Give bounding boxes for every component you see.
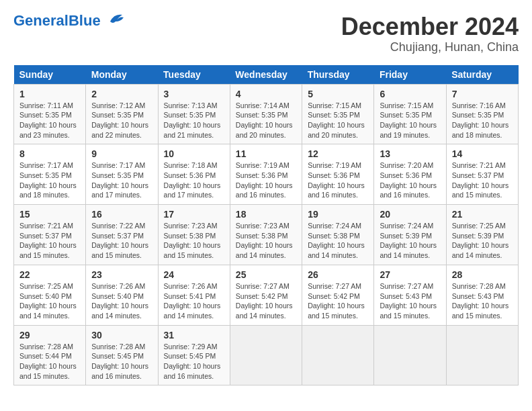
day-number: 10 <box>164 148 224 159</box>
day-number: 30 <box>91 330 152 340</box>
day-number: 25 <box>236 269 296 280</box>
day-info: Sunrise: 7:23 AM Sunset: 5:38 PM Dayligh… <box>164 222 221 259</box>
table-row: 6 Sunrise: 7:15 AM Sunset: 5:35 PM Dayli… <box>374 84 446 144</box>
day-info: Sunrise: 7:26 AM Sunset: 5:40 PM Dayligh… <box>91 282 148 320</box>
day-number: 11 <box>236 148 296 159</box>
table-row <box>302 325 374 385</box>
day-info: Sunrise: 7:28 AM Sunset: 5:43 PM Dayligh… <box>452 282 509 320</box>
calendar-header-row: Sunday Monday Tuesday Wednesday Thursday… <box>14 65 519 85</box>
location-title: Chujiang, Hunan, China <box>341 40 519 54</box>
day-info: Sunrise: 7:22 AM Sunset: 5:37 PM Dayligh… <box>91 222 148 259</box>
header-friday: Friday <box>374 65 446 85</box>
day-number: 26 <box>308 269 368 280</box>
day-info: Sunrise: 7:21 AM Sunset: 5:37 PM Dayligh… <box>19 222 77 259</box>
month-title: December 2024 <box>341 13 519 40</box>
table-row: 7 Sunrise: 7:16 AM Sunset: 5:35 PM Dayli… <box>446 84 518 144</box>
day-info: Sunrise: 7:15 AM Sunset: 5:35 PM Dayligh… <box>308 101 365 139</box>
table-row: 24 Sunrise: 7:26 AM Sunset: 5:41 PM Dayl… <box>158 265 230 325</box>
day-number: 1 <box>19 89 80 99</box>
day-info: Sunrise: 7:19 AM Sunset: 5:36 PM Dayligh… <box>308 161 365 199</box>
table-row: 20 Sunrise: 7:24 AM Sunset: 5:39 PM Dayl… <box>374 205 446 265</box>
logo-bird-icon <box>103 12 125 27</box>
table-row: 23 Sunrise: 7:26 AM Sunset: 5:40 PM Dayl… <box>86 265 158 325</box>
header-thursday: Thursday <box>302 65 374 85</box>
table-row: 28 Sunrise: 7:28 AM Sunset: 5:43 PM Dayl… <box>446 265 518 325</box>
day-info: Sunrise: 7:15 AM Sunset: 5:35 PM Dayligh… <box>380 101 437 139</box>
day-number: 3 <box>164 89 224 99</box>
day-info: Sunrise: 7:28 AM Sunset: 5:45 PM Dayligh… <box>91 342 148 380</box>
day-info: Sunrise: 7:19 AM Sunset: 5:36 PM Dayligh… <box>236 161 293 199</box>
table-row: 30 Sunrise: 7:28 AM Sunset: 5:45 PM Dayl… <box>86 325 158 385</box>
table-row <box>446 325 518 385</box>
day-number: 19 <box>308 209 368 220</box>
logo-text: GeneralBlue <box>13 13 101 28</box>
day-info: Sunrise: 7:26 AM Sunset: 5:41 PM Dayligh… <box>164 282 221 320</box>
table-row: 13 Sunrise: 7:20 AM Sunset: 5:36 PM Dayl… <box>374 144 446 205</box>
table-row: 14 Sunrise: 7:21 AM Sunset: 5:37 PM Dayl… <box>446 144 518 205</box>
table-row: 15 Sunrise: 7:21 AM Sunset: 5:37 PM Dayl… <box>14 205 86 265</box>
day-info: Sunrise: 7:28 AM Sunset: 5:44 PM Dayligh… <box>19 342 77 380</box>
day-number: 9 <box>91 148 152 159</box>
table-row: 8 Sunrise: 7:17 AM Sunset: 5:35 PM Dayli… <box>14 144 86 205</box>
day-number: 31 <box>164 330 224 340</box>
table-row: 21 Sunrise: 7:25 AM Sunset: 5:39 PM Dayl… <box>446 205 518 265</box>
day-info: Sunrise: 7:11 AM Sunset: 5:35 PM Dayligh… <box>19 101 77 139</box>
day-info: Sunrise: 7:20 AM Sunset: 5:36 PM Dayligh… <box>380 161 437 199</box>
day-number: 24 <box>164 269 224 280</box>
day-number: 29 <box>19 330 80 340</box>
day-number: 17 <box>164 209 224 220</box>
day-info: Sunrise: 7:29 AM Sunset: 5:45 PM Dayligh… <box>164 342 221 380</box>
day-info: Sunrise: 7:24 AM Sunset: 5:38 PM Dayligh… <box>308 222 365 259</box>
table-row: 10 Sunrise: 7:18 AM Sunset: 5:36 PM Dayl… <box>158 144 230 205</box>
day-number: 28 <box>452 269 513 280</box>
table-row: 17 Sunrise: 7:23 AM Sunset: 5:38 PM Dayl… <box>158 205 230 265</box>
table-row: 31 Sunrise: 7:29 AM Sunset: 5:45 PM Dayl… <box>158 325 230 385</box>
day-number: 12 <box>308 148 368 159</box>
logo: GeneralBlue <box>13 13 125 28</box>
header-tuesday: Tuesday <box>158 65 230 85</box>
table-row: 11 Sunrise: 7:19 AM Sunset: 5:36 PM Dayl… <box>230 144 302 205</box>
day-info: Sunrise: 7:14 AM Sunset: 5:35 PM Dayligh… <box>236 101 293 139</box>
day-number: 4 <box>236 89 296 99</box>
day-info: Sunrise: 7:17 AM Sunset: 5:35 PM Dayligh… <box>19 161 77 199</box>
table-row: 18 Sunrise: 7:23 AM Sunset: 5:38 PM Dayl… <box>230 205 302 265</box>
header-wednesday: Wednesday <box>230 65 302 85</box>
day-info: Sunrise: 7:21 AM Sunset: 5:37 PM Dayligh… <box>452 161 509 199</box>
table-row: 5 Sunrise: 7:15 AM Sunset: 5:35 PM Dayli… <box>302 84 374 144</box>
day-number: 18 <box>236 209 296 220</box>
title-area: December 2024 Chujiang, Hunan, China <box>341 13 519 54</box>
day-number: 8 <box>19 148 80 159</box>
day-info: Sunrise: 7:16 AM Sunset: 5:35 PM Dayligh… <box>452 101 509 139</box>
calendar-row: 1 Sunrise: 7:11 AM Sunset: 5:35 PM Dayli… <box>14 84 519 144</box>
day-number: 7 <box>452 89 513 99</box>
day-number: 22 <box>19 269 80 280</box>
day-number: 20 <box>380 209 440 220</box>
day-number: 2 <box>91 89 152 99</box>
table-row <box>230 325 302 385</box>
table-row: 22 Sunrise: 7:25 AM Sunset: 5:40 PM Dayl… <box>14 265 86 325</box>
header-sunday: Sunday <box>14 65 86 85</box>
day-number: 14 <box>452 148 513 159</box>
table-row: 27 Sunrise: 7:27 AM Sunset: 5:43 PM Dayl… <box>374 265 446 325</box>
header-monday: Monday <box>86 65 158 85</box>
day-info: Sunrise: 7:17 AM Sunset: 5:35 PM Dayligh… <box>91 161 148 199</box>
table-row: 1 Sunrise: 7:11 AM Sunset: 5:35 PM Dayli… <box>14 84 86 144</box>
calendar-row: 15 Sunrise: 7:21 AM Sunset: 5:37 PM Dayl… <box>14 205 519 265</box>
table-row: 3 Sunrise: 7:13 AM Sunset: 5:35 PM Dayli… <box>158 84 230 144</box>
table-row: 26 Sunrise: 7:27 AM Sunset: 5:42 PM Dayl… <box>302 265 374 325</box>
page-header: GeneralBlue December 2024 Chujiang, Huna… <box>13 13 519 54</box>
table-row: 2 Sunrise: 7:12 AM Sunset: 5:35 PM Dayli… <box>86 84 158 144</box>
day-number: 15 <box>19 209 80 220</box>
day-info: Sunrise: 7:12 AM Sunset: 5:35 PM Dayligh… <box>91 101 148 139</box>
calendar-row: 29 Sunrise: 7:28 AM Sunset: 5:44 PM Dayl… <box>14 325 519 385</box>
day-number: 13 <box>380 148 440 159</box>
day-number: 27 <box>380 269 440 280</box>
calendar-row: 8 Sunrise: 7:17 AM Sunset: 5:35 PM Dayli… <box>14 144 519 205</box>
day-info: Sunrise: 7:27 AM Sunset: 5:42 PM Dayligh… <box>308 282 365 320</box>
calendar-table: Sunday Monday Tuesday Wednesday Thursday… <box>13 65 519 386</box>
day-info: Sunrise: 7:25 AM Sunset: 5:40 PM Dayligh… <box>19 282 77 320</box>
day-number: 21 <box>452 209 513 220</box>
day-info: Sunrise: 7:13 AM Sunset: 5:35 PM Dayligh… <box>164 101 221 139</box>
table-row: 29 Sunrise: 7:28 AM Sunset: 5:44 PM Dayl… <box>14 325 86 385</box>
table-row: 9 Sunrise: 7:17 AM Sunset: 5:35 PM Dayli… <box>86 144 158 205</box>
